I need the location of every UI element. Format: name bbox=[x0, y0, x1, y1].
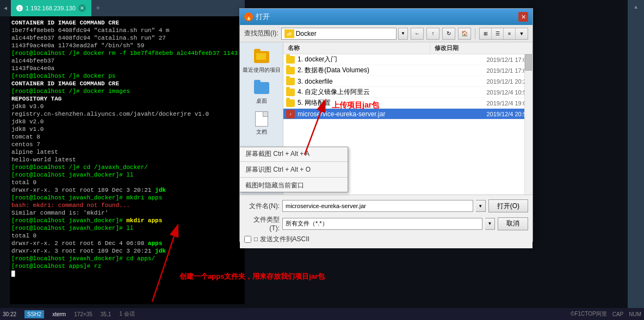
terminal-line: REPOSITORY TAG bbox=[11, 95, 243, 103]
terminal-line: registry.cn-shenzhen.aliyuncs.com/javaht… bbox=[11, 110, 243, 118]
sidebar-documents[interactable]: 文档 bbox=[240, 109, 283, 139]
terminal-line: [root@localhost javaxh_docker]# mkdri ap… bbox=[11, 194, 243, 202]
filetype-label: 文件类型(T): bbox=[244, 215, 280, 232]
ctx-separator-2 bbox=[240, 177, 348, 178]
terminal-line: jdk8 v2.0 bbox=[11, 118, 243, 126]
location-value: Docker bbox=[296, 30, 317, 37]
sidebar-desktop-label: 桌面 bbox=[256, 97, 267, 105]
terminal-line: [root@localhost /]# docker ps bbox=[11, 72, 243, 80]
checkbox-row: □ 发送文件到ASCII bbox=[244, 235, 528, 244]
terminal-line: alc44bfeeb37 bbox=[11, 57, 243, 65]
file-item[interactable]: 2. 数据卷(Data Volumes) 2019/12/1 17:01 bbox=[283, 65, 532, 76]
location-dropdown[interactable]: ▼ bbox=[398, 28, 408, 40]
status-right: ©F1CTOP阿里 CAP NUM bbox=[571, 310, 641, 318]
sidebar-desktop[interactable]: 桌面 bbox=[240, 78, 283, 108]
terminal-line: CONTAINER ID IMAGE COMMAND CRE bbox=[11, 19, 243, 27]
terminal-line: [root@localhost apps]# rz bbox=[11, 262, 243, 270]
folder-icon bbox=[286, 67, 295, 74]
filename-label: 文件名(N): bbox=[244, 202, 280, 211]
context-menu: 屏幕截图 Ctrl + Alt + A 屏幕识图 Ctrl + Alt + O … bbox=[239, 147, 348, 192]
terminal-line: [root@localhost /]# cd /javaxh_docker/ bbox=[11, 164, 243, 171]
view-icons-button[interactable]: ⊞ bbox=[480, 28, 492, 39]
folder-icon bbox=[286, 56, 295, 64]
location-input[interactable]: 📁 Docker bbox=[281, 28, 397, 40]
tab-close-button[interactable]: ✕ bbox=[78, 4, 86, 12]
file-date: 2019/12/4 20:57 bbox=[459, 111, 530, 117]
terminal-line: [root@localhost javaxh_docker]# cd apps/ bbox=[11, 255, 243, 262]
column-name[interactable]: 名称 bbox=[283, 42, 430, 54]
terminal-line: alpine latest bbox=[11, 148, 243, 156]
terminal-line: total 0 bbox=[11, 232, 243, 240]
file-name: 3. dockerfile bbox=[298, 78, 459, 85]
terminal-line: 1be7f4f8ebeb 6408fdc94 "catalina.sh run"… bbox=[11, 27, 243, 34]
file-name: 2. 数据卷(Data Volumes) bbox=[298, 66, 459, 75]
nav-refresh-button[interactable]: ↻ bbox=[442, 28, 455, 40]
file-item[interactable]: 1. docker入门 2019/12/1 17:03 bbox=[283, 54, 532, 65]
status-time: 30:22 bbox=[3, 311, 16, 317]
terminal-line: CONTAINER ID IMAGE COMMAND CRE bbox=[11, 80, 243, 87]
file-item[interactable]: 5. 网络配置 2019/12/4 19:03 bbox=[283, 98, 532, 109]
ctx-screen-recognize[interactable]: 屏幕识图 Ctrl + Alt + O bbox=[240, 163, 348, 176]
dialog-title-bar: 🔥 打开 ✕ bbox=[240, 9, 532, 25]
nav-up-arrow[interactable]: ▲ bbox=[633, 3, 639, 12]
terminal-line: bash: mkdri: command not found... bbox=[11, 202, 243, 209]
filetype-input[interactable]: 所有文件（*.*） bbox=[282, 218, 482, 230]
tab-status-icon: 1 bbox=[16, 5, 23, 11]
status-xterm: xterm bbox=[52, 311, 66, 317]
nav-back-button[interactable]: ← bbox=[411, 28, 424, 40]
recent-icon bbox=[253, 49, 270, 65]
ascii-label: □ 发送文件到ASCII bbox=[254, 235, 309, 244]
terminal-line: [root@localhost /]# docker rm -f 1be7f4f… bbox=[11, 49, 243, 57]
ctx-separator-1 bbox=[240, 161, 348, 162]
terminal-tab[interactable]: 1 1 192.168.239.130 ✕ bbox=[11, 0, 91, 16]
open-button[interactable]: 打开(O) bbox=[488, 199, 528, 212]
right-panel: ▲ ▼ bbox=[628, 0, 644, 320]
status-num: NUM bbox=[629, 311, 641, 317]
filetype-dropdown[interactable]: ▼ bbox=[485, 218, 495, 230]
file-item[interactable]: 3. dockerfile 2019/12/1 20:29 bbox=[283, 76, 532, 87]
terminal-line: [root@localhost javaxh_docker]# ll bbox=[11, 171, 243, 179]
file-date: 2019/12/1 20:29 bbox=[459, 78, 530, 85]
tab-scroll-left[interactable]: ◀ bbox=[0, 0, 11, 16]
tab-add-button[interactable]: + bbox=[91, 0, 105, 16]
file-item[interactable]: J microservice-eureka-server.jar 2019/12… bbox=[283, 109, 532, 120]
terminal-line: drwxr-xr-x. 2 root root 6 Dec 4 06:08 ap… bbox=[11, 240, 243, 247]
file-date: 2019/12/4 10:55 bbox=[459, 89, 530, 96]
terminal-line: total 0 bbox=[11, 179, 243, 186]
terminal-line: █ bbox=[11, 270, 243, 278]
terminal-line: jdk8 v1.0 bbox=[11, 126, 243, 133]
terminal-line: hello-world latest bbox=[11, 156, 243, 164]
documents-icon bbox=[253, 111, 270, 127]
view-list-button[interactable]: ☰ bbox=[492, 28, 504, 39]
status-caps: CAP bbox=[612, 311, 624, 317]
nav-home-button[interactable]: 🏠 bbox=[458, 28, 471, 40]
dialog-close-button[interactable]: ✕ bbox=[518, 12, 528, 22]
file-name: microservice-eureka-server.jar bbox=[298, 110, 459, 118]
location-label: 查找范围(I): bbox=[244, 29, 278, 38]
filename-dropdown[interactable]: ▼ bbox=[476, 200, 486, 212]
file-item[interactable]: 4. 自定义镜像上传阿里云 2019/12/4 10:55 bbox=[283, 87, 532, 98]
terminal-line: centos 7 bbox=[11, 141, 243, 148]
status-position: 35,1 bbox=[101, 311, 111, 317]
location-bar: 📁 Docker ▼ bbox=[281, 28, 408, 40]
tab-bar: ◀ 1 1 192.168.239.130 ✕ + bbox=[0, 0, 245, 16]
sidebar-recent-label: 最近使用的项目 bbox=[243, 66, 281, 74]
cancel-button[interactable]: 取消 bbox=[498, 217, 528, 230]
filename-input[interactable]: microservice-eureka-server.jar bbox=[282, 200, 473, 212]
ctx-hide-window[interactable]: 截图时隐藏当前窗口 bbox=[240, 179, 348, 192]
terminal-line: tomcat 8 bbox=[11, 133, 243, 141]
folder-icon: 📁 bbox=[284, 29, 294, 38]
status-ssh: SSH2 bbox=[24, 310, 44, 318]
terminal-line: alc44bfeeb37 6408fdc94 "catalina.sh run"… bbox=[11, 34, 243, 42]
dialog-bottom: 文件名(N): microservice-eureka-server.jar ▼… bbox=[240, 194, 532, 248]
terminal-line: jdk8 v3.0 bbox=[11, 103, 243, 110]
column-date[interactable]: 修改日期 bbox=[430, 42, 532, 54]
status-watermark: ©F1CTOP阿里 bbox=[571, 310, 607, 318]
filelist-scrollbar[interactable] bbox=[524, 54, 532, 194]
view-dropdown-button[interactable]: ▼ bbox=[516, 28, 528, 39]
nav-up-button[interactable]: ↑ bbox=[426, 28, 439, 40]
sidebar-recent[interactable]: 最近使用的项目 bbox=[240, 47, 283, 77]
view-details-button[interactable]: ≡ bbox=[504, 28, 516, 39]
ascii-checkbox[interactable] bbox=[244, 236, 251, 243]
ctx-screenshot[interactable]: 屏幕截图 Ctrl + Alt + A bbox=[240, 147, 348, 160]
